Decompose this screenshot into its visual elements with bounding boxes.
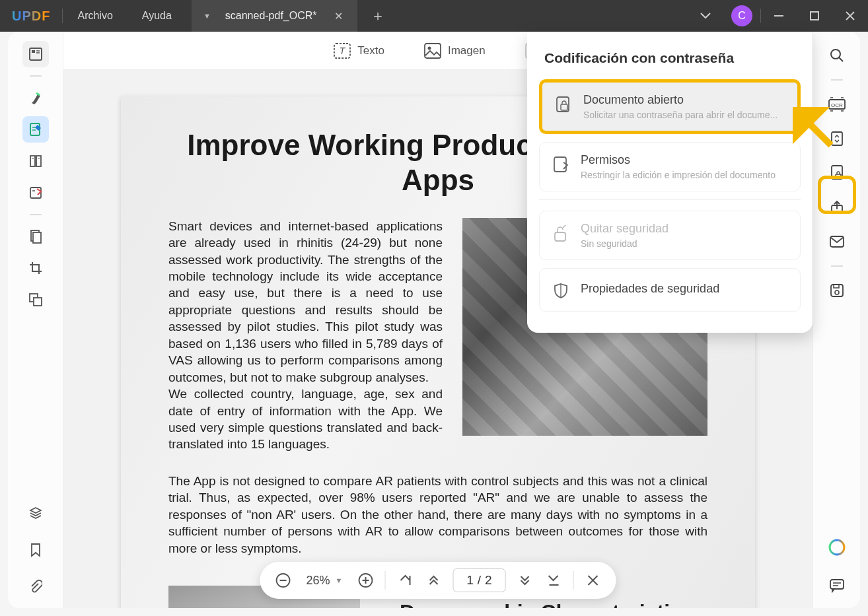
svg-point-29 [831,50,840,59]
tabs-dropdown-icon[interactable] [688,0,723,32]
svg-rect-16 [33,232,41,243]
unlock-icon [552,224,570,243]
highlighter-icon[interactable] [22,85,49,111]
separator [539,199,801,200]
card-title: Documento abierto [583,93,785,107]
permissions-icon [552,156,570,174]
card-title: Permisos [581,153,788,167]
card-title: Propiedades de seguridad [581,282,788,296]
reader-mode-icon[interactable] [22,41,49,67]
attachment-icon[interactable] [22,574,49,600]
paragraph-2: We collected country, language, age, sex… [168,386,443,453]
svg-rect-10 [36,156,41,166]
svg-text:OCR: OCR [831,102,843,108]
email-icon[interactable] [824,228,850,255]
menu-ayuda[interactable]: Ayuda [127,10,186,22]
document-tab[interactable]: ▼ scanned-pdf_OCR* ✕ [192,0,357,32]
ai-assistant-icon[interactable] [824,534,850,561]
crop-icon[interactable] [22,255,49,281]
zoom-value: 26% [307,574,330,588]
svg-rect-41 [830,580,844,589]
card-subtitle: Sin seguridad [581,238,788,249]
next-page-button[interactable] [515,570,534,590]
tab-dropdown-icon[interactable]: ▼ [203,12,211,20]
share-icon[interactable] [824,194,850,221]
svg-rect-45 [561,104,567,110]
svg-rect-46 [554,157,566,172]
tool-text[interactable]: T Texto [334,43,384,59]
close-toolbar-button[interactable] [583,570,602,590]
new-tab-button[interactable]: ＋ [357,6,398,26]
comment-icon[interactable] [824,572,850,599]
svg-rect-3 [32,50,35,53]
svg-rect-18 [34,298,42,306]
maximize-button[interactable] [797,0,832,32]
user-avatar[interactable]: C [731,5,752,26]
page-toolbar: 26% ▼ 1 / 2 [260,562,616,599]
titlebar: UPDF Archivo Ayuda ▼ scanned-pdf_OCR* ✕ … [0,0,868,32]
separator [384,571,385,590]
right-sidebar: OCR [813,32,860,608]
page-tools-icon[interactable] [22,223,49,250]
bookmark-icon[interactable] [22,537,49,563]
search-icon[interactable] [824,42,850,69]
zoom-out-button[interactable] [273,570,293,590]
tool-image[interactable]: Imagen [424,43,486,59]
tool-text-label: Texto [357,44,384,57]
app-logo: UPDF [0,9,62,24]
current-page: 1 [466,573,474,588]
svg-point-39 [835,291,839,294]
svg-text:T: T [340,46,346,56]
compare-icon[interactable] [22,287,49,313]
zoom-in-button[interactable] [355,570,375,590]
separator [831,265,843,267]
paragraph-1: Smart devices and internet-based applica… [168,218,443,386]
svg-rect-40 [834,285,839,288]
card-subtitle: Solicitar una contraseña para abrir el d… [583,110,785,120]
chevron-down-icon: ▼ [336,576,343,584]
paragraph-3: The App is not designed to compare AR pa… [168,473,707,557]
close-window-button[interactable] [832,0,868,32]
page-input[interactable]: 1 / 2 [452,568,505,592]
organize-pages-icon[interactable] [22,148,49,174]
svg-line-48 [563,225,567,228]
page-separator: / [474,573,485,588]
svg-line-30 [839,57,843,61]
separator [30,214,42,215]
card-security-properties[interactable]: Propiedades de seguridad [539,268,801,312]
menu-archivo[interactable]: Archivo [63,10,127,22]
separator [573,571,573,590]
card-open-document[interactable]: Documento abierto Solicitar una contrase… [539,79,801,134]
protect-icon[interactable] [824,160,850,186]
security-panel: Codificación con contraseña Documento ab… [527,32,813,333]
edit-pdf-icon[interactable] [22,116,49,143]
form-icon[interactable] [22,180,49,206]
ocr-icon[interactable]: OCR [824,91,850,118]
zoom-select[interactable]: 26% ▼ [303,574,347,588]
first-page-button[interactable] [394,570,414,590]
left-sidebar [8,32,63,608]
last-page-button[interactable] [544,570,563,590]
svg-rect-0 [774,15,783,17]
subheading: Demographic Characteristics [400,600,694,608]
convert-icon[interactable] [824,125,850,152]
text-tool-icon: T [334,43,351,59]
separator [831,79,843,81]
save-icon[interactable] [824,277,850,304]
shield-icon [552,282,570,300]
minimize-button[interactable] [761,0,797,32]
layers-icon[interactable] [22,500,49,526]
separator [30,75,42,77]
svg-rect-9 [30,156,35,166]
prev-page-button[interactable] [423,570,443,590]
panel-title: Codificación con contraseña [539,46,801,79]
tool-image-label: Imagen [448,44,486,57]
lock-document-icon [554,96,573,114]
card-permissions[interactable]: Permisos Restringir la edición e impresi… [539,142,801,191]
svg-rect-35 [836,174,841,179]
tab-close-icon[interactable]: ✕ [332,10,345,22]
tab-title: scanned-pdf_OCR* [220,10,322,22]
card-remove-security[interactable]: Quitar seguridad Sin seguridad [539,211,801,260]
svg-rect-21 [425,44,441,58]
svg-rect-33 [832,132,842,145]
